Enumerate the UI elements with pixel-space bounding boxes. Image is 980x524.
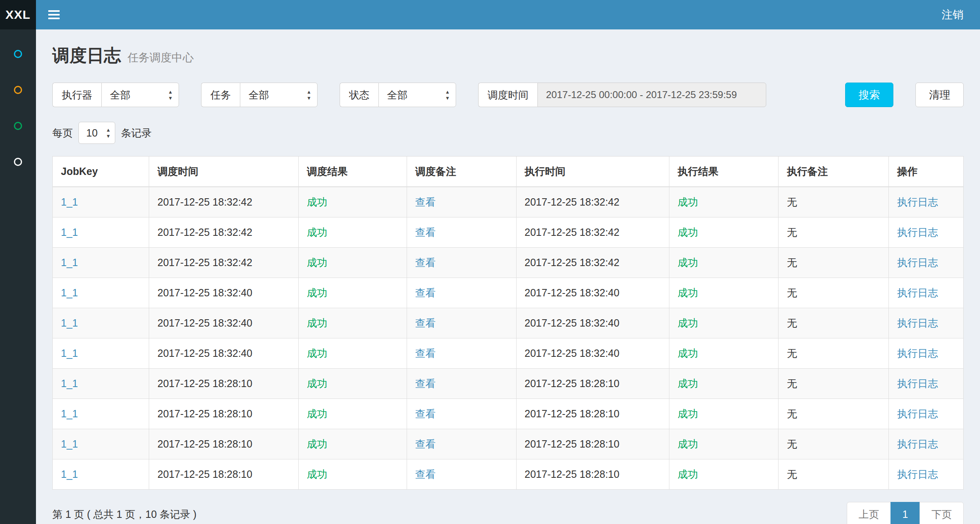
sidebar-toggle-button[interactable]	[48, 8, 60, 21]
page-size-select[interactable]: 10 ▲▼	[78, 122, 115, 144]
trigger-time-cell: 2017-12-25 18:32:40	[149, 338, 299, 369]
exec-log-link[interactable]: 执行日志	[889, 429, 964, 459]
jobkey-link[interactable]: 1_1	[53, 278, 149, 308]
circle-icon	[14, 122, 22, 130]
column-header-trigger-time: 调度时间	[149, 157, 299, 187]
sidebar-menu	[0, 29, 36, 180]
table-header-row: JobKey 调度时间 调度结果 调度备注 执行时间 执行结果 执行备注 操作	[53, 157, 964, 187]
handle-result-cell: 成功	[669, 248, 779, 278]
navbar-main: 注销	[36, 0, 980, 29]
exec-log-link[interactable]: 执行日志	[889, 248, 964, 278]
table-footer: 第 1 页 ( 总共 1 页，10 条记录 ) 上页 1 下页	[52, 502, 964, 524]
joblog-table-body: 1_12017-12-25 18:32:42成功查看2017-12-25 18:…	[53, 187, 964, 490]
column-header-handle-result: 执行结果	[669, 157, 779, 187]
clear-button[interactable]: 清理	[915, 83, 964, 107]
trigger-msg-link[interactable]: 查看	[407, 459, 516, 490]
current-page-button[interactable]: 1	[891, 502, 920, 524]
jobkey-link[interactable]: 1_1	[53, 459, 149, 490]
trigger-result-cell: 成功	[298, 217, 407, 248]
jobkey-link[interactable]: 1_1	[53, 248, 149, 278]
jobkey-link[interactable]: 1_1	[53, 399, 149, 429]
jobkey-link[interactable]: 1_1	[53, 187, 149, 217]
handle-msg-cell: 无	[779, 217, 889, 248]
handle-time-cell: 2017-12-25 18:28:10	[516, 369, 669, 399]
jobkey-link[interactable]: 1_1	[53, 429, 149, 459]
job-select[interactable]: 全部 ▲▼	[240, 83, 318, 107]
jobkey-link[interactable]: 1_1	[53, 217, 149, 248]
table-row: 1_12017-12-25 18:28:10成功查看2017-12-25 18:…	[53, 459, 964, 490]
logout-link[interactable]: 注销	[942, 7, 964, 22]
next-page-button[interactable]: 下页	[920, 502, 964, 524]
trigger-result-cell: 成功	[298, 278, 407, 308]
exec-log-link[interactable]: 执行日志	[889, 338, 964, 369]
exec-log-link[interactable]: 执行日志	[889, 459, 964, 490]
page-size-select-value: 10	[86, 127, 98, 139]
exec-log-link[interactable]: 执行日志	[889, 399, 964, 429]
circle-icon	[14, 50, 22, 58]
table-row: 1_12017-12-25 18:28:10成功查看2017-12-25 18:…	[53, 399, 964, 429]
trigger-result-cell: 成功	[298, 399, 407, 429]
trigger-time-range-input[interactable]	[537, 83, 766, 107]
handle-msg-cell: 无	[779, 248, 889, 278]
trigger-msg-link[interactable]: 查看	[407, 429, 516, 459]
trigger-time-cell: 2017-12-25 18:28:10	[149, 429, 299, 459]
handle-msg-cell: 无	[779, 369, 889, 399]
trigger-msg-link[interactable]: 查看	[407, 308, 516, 338]
exec-log-link[interactable]: 执行日志	[889, 369, 964, 399]
handle-result-cell: 成功	[669, 429, 779, 459]
page-size-row: 每页 10 ▲▼ 条记录	[52, 122, 964, 144]
sidebar-item-4[interactable]	[0, 144, 36, 180]
top-navbar: XXL 注销	[0, 0, 980, 29]
page-header: 调度日志 任务调度中心	[52, 44, 964, 67]
trigger-msg-link[interactable]: 查看	[407, 278, 516, 308]
table-row: 1_12017-12-25 18:32:40成功查看2017-12-25 18:…	[53, 278, 964, 308]
executor-filter-group: 执行器 全部 ▲▼	[52, 83, 179, 107]
handle-msg-cell: 无	[779, 338, 889, 369]
trigger-result-cell: 成功	[298, 429, 407, 459]
handle-msg-cell: 无	[779, 429, 889, 459]
sidebar-item-2[interactable]	[0, 72, 36, 108]
jobkey-link[interactable]: 1_1	[53, 338, 149, 369]
trigger-msg-link[interactable]: 查看	[407, 187, 516, 217]
executor-select[interactable]: 全部 ▲▼	[101, 83, 179, 107]
page-size-suffix-label: 条记录	[121, 126, 152, 140]
sidebar-item-1[interactable]	[0, 36, 36, 72]
exec-log-link[interactable]: 执行日志	[889, 278, 964, 308]
jobkey-link[interactable]: 1_1	[53, 369, 149, 399]
select-arrows-icon: ▲▼	[445, 90, 450, 101]
trigger-result-cell: 成功	[298, 369, 407, 399]
trigger-time-cell: 2017-12-25 18:32:42	[149, 187, 299, 217]
handle-result-cell: 成功	[669, 459, 779, 490]
column-header-trigger-result: 调度结果	[298, 157, 407, 187]
trigger-result-cell: 成功	[298, 248, 407, 278]
trigger-time-filter-group: 调度时间	[478, 83, 766, 107]
search-button[interactable]: 搜索	[845, 83, 893, 107]
trigger-msg-link[interactable]: 查看	[407, 399, 516, 429]
table-row: 1_12017-12-25 18:32:40成功查看2017-12-25 18:…	[53, 308, 964, 338]
column-header-handle-msg: 执行备注	[779, 157, 889, 187]
exec-log-link[interactable]: 执行日志	[889, 187, 964, 217]
pagination: 上页 1 下页	[847, 502, 964, 524]
trigger-result-cell: 成功	[298, 338, 407, 369]
column-header-action: 操作	[889, 157, 964, 187]
exec-log-link[interactable]: 执行日志	[889, 308, 964, 338]
status-select-value: 全部	[387, 88, 407, 102]
executor-select-value: 全部	[110, 88, 130, 102]
trigger-msg-link[interactable]: 查看	[407, 369, 516, 399]
trigger-time-cell: 2017-12-25 18:32:40	[149, 278, 299, 308]
trigger-time-cell: 2017-12-25 18:28:10	[149, 369, 299, 399]
table-row: 1_12017-12-25 18:32:42成功查看2017-12-25 18:…	[53, 187, 964, 217]
select-arrows-icon: ▲▼	[168, 90, 173, 101]
status-select[interactable]: 全部 ▲▼	[378, 83, 456, 107]
status-filter-group: 状态 全部 ▲▼	[340, 83, 456, 107]
joblog-table: JobKey 调度时间 调度结果 调度备注 执行时间 执行结果 执行备注 操作 …	[52, 156, 964, 490]
app-logo[interactable]: XXL	[0, 0, 36, 29]
jobkey-link[interactable]: 1_1	[53, 308, 149, 338]
trigger-msg-link[interactable]: 查看	[407, 338, 516, 369]
trigger-msg-link[interactable]: 查看	[407, 217, 516, 248]
table-row: 1_12017-12-25 18:32:42成功查看2017-12-25 18:…	[53, 248, 964, 278]
sidebar-item-3[interactable]	[0, 108, 36, 144]
exec-log-link[interactable]: 执行日志	[889, 217, 964, 248]
trigger-msg-link[interactable]: 查看	[407, 248, 516, 278]
prev-page-button[interactable]: 上页	[847, 502, 891, 524]
